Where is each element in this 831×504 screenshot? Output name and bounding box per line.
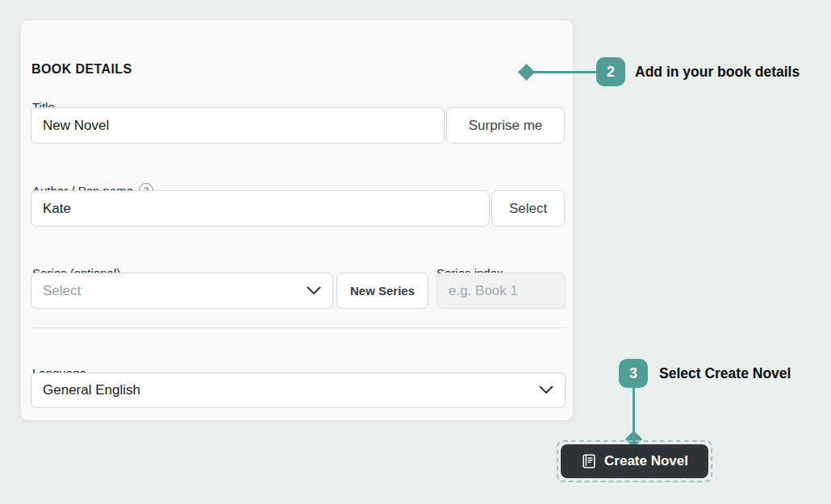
series-index-input[interactable] (436, 273, 566, 309)
series-select[interactable]: Select (31, 273, 333, 309)
step2-badge: 2 (596, 57, 625, 86)
title-input[interactable] (31, 107, 445, 144)
author-input[interactable] (31, 190, 490, 227)
step3-badge: 3 (619, 359, 648, 388)
card-heading: BOOK DETAILS (31, 62, 132, 77)
series-select-value: Select (43, 283, 81, 299)
chevron-down-icon (539, 383, 553, 398)
step2-connector-line (528, 71, 596, 73)
create-novel-button-label: Create Novel (604, 453, 688, 469)
divider (31, 327, 565, 328)
step3-connector-line (633, 388, 635, 435)
create-novel-button[interactable]: Create Novel (561, 444, 708, 478)
author-select-button[interactable]: Select (491, 190, 565, 227)
step2-label: Add in your book details (635, 64, 800, 81)
book-icon (581, 453, 597, 469)
page: BOOK DETAILS Title Surprise me Author / … (0, 0, 831, 504)
create-novel-highlight-box: Create Novel (557, 440, 712, 482)
chevron-down-icon (307, 284, 321, 298)
new-series-button[interactable]: New Series (336, 273, 428, 309)
surprise-me-button[interactable]: Surprise me (446, 107, 565, 144)
language-select[interactable]: General English (31, 373, 566, 408)
step3-label: Select Create Novel (659, 365, 791, 382)
book-details-card: BOOK DETAILS Title Surprise me Author / … (20, 19, 574, 421)
language-select-value: General English (43, 382, 140, 398)
